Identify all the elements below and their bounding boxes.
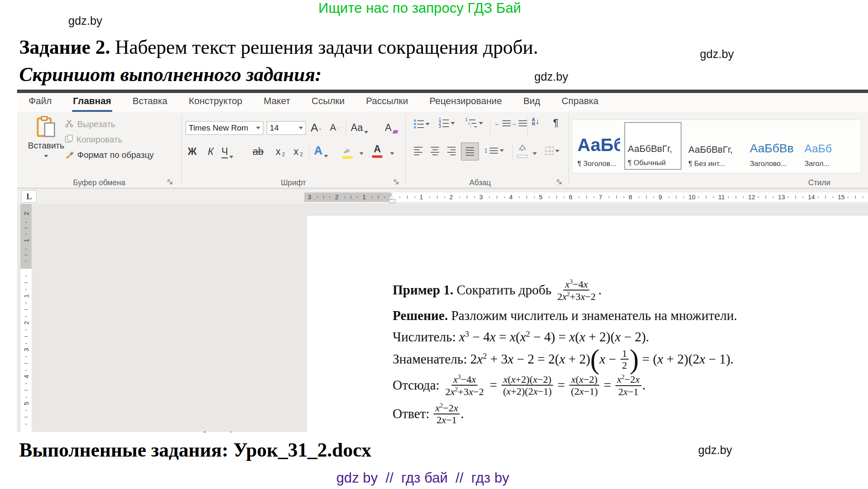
tab-Файл[interactable]: Файл xyxy=(28,93,52,112)
rk-bar xyxy=(497,195,497,199)
align-left-button[interactable] xyxy=(414,147,422,155)
align-right-button[interactable] xyxy=(447,147,456,155)
cut-label: Вырезать xyxy=(77,119,115,129)
vk-num: 1 xyxy=(23,291,30,302)
scissors-icon xyxy=(65,119,74,130)
cut-button[interactable]: Вырезать xyxy=(65,118,115,131)
format-painter-button[interactable]: Формат по образцу xyxy=(65,148,154,161)
tab-Конструктор[interactable]: Конструктор xyxy=(188,93,243,112)
horizontal-ruler[interactable]: 12345678910111213141516 xyxy=(392,192,868,202)
style-card[interactable]: АаБбЗагол... xyxy=(802,122,849,170)
rk-dot xyxy=(549,197,550,198)
rk-dot xyxy=(459,197,460,198)
rk-num: 3 xyxy=(308,193,311,201)
bold-button[interactable]: Ж xyxy=(188,146,197,157)
vk-dot xyxy=(26,356,26,357)
tab-stop-selector[interactable]: L xyxy=(21,190,37,203)
tab-Макет[interactable]: Макет xyxy=(263,93,291,112)
font-color-bar xyxy=(372,155,382,158)
tab-Рассылки[interactable]: Рассылки xyxy=(365,93,409,112)
paint-bucket-icon xyxy=(517,144,527,154)
sort-button[interactable]: АЯ ↓ xyxy=(532,117,539,126)
rk-bar xyxy=(855,195,856,199)
ribbon-tabs: ФайлГлавнаяВставкаКонструкторМакетСсылки… xyxy=(17,93,868,112)
left-indent-marker[interactable] xyxy=(389,199,396,203)
rk-bar xyxy=(378,195,379,199)
doc-line: Пример 1. Сократить дробь x3−4x2x2+3x−2. xyxy=(393,278,602,302)
document-page[interactable] xyxy=(306,215,868,432)
chevron-down-icon[interactable] xyxy=(533,152,537,155)
horizontal-ruler-margin[interactable]: 321 xyxy=(304,192,392,202)
align-center-button[interactable] xyxy=(431,147,439,155)
vk-num: 3 xyxy=(23,344,30,355)
separator xyxy=(512,144,513,162)
doc-line: Знаменатель: 2x2 + 3x − 2 = 2(x + 2)(x −… xyxy=(393,347,734,372)
copy-button[interactable]: Копировать xyxy=(65,133,122,146)
rk-bar xyxy=(437,195,437,199)
highlight-color-button[interactable] xyxy=(342,144,352,159)
rk-dot xyxy=(713,197,714,198)
rk-num: 11 xyxy=(718,193,725,201)
font-dialog-launcher-icon[interactable] xyxy=(393,179,399,186)
tab-Справка[interactable]: Справка xyxy=(561,93,599,112)
rk-dot xyxy=(668,197,669,198)
superscript-button[interactable]: x2 xyxy=(294,146,303,157)
decrease-indent-button[interactable]: ← xyxy=(494,119,511,127)
shrink-font-button[interactable]: Аˇ xyxy=(330,122,339,133)
tab-Вставка[interactable]: Вставка xyxy=(132,93,169,112)
show-marks-button[interactable]: ¶ xyxy=(553,117,559,129)
tab-Рецензирование[interactable]: Рецензирование xyxy=(428,93,503,112)
rk-dot xyxy=(743,197,744,198)
font-name-combo[interactable]: Times New Rom xyxy=(186,121,263,135)
paste-button[interactable]: Вставить xyxy=(26,116,67,176)
rk-num: 12 xyxy=(748,193,755,201)
style-card[interactable]: АаБбВвЗаголово... xyxy=(747,122,798,170)
style-card[interactable]: АаБб¶ Зоголов... xyxy=(575,122,620,170)
paragraph-dialog-launcher-icon[interactable] xyxy=(556,179,562,186)
vk-num: 2 xyxy=(23,208,30,219)
shading-button[interactable] xyxy=(517,144,527,158)
clear-formatting-button[interactable]: А xyxy=(385,122,398,134)
line-spacing-button[interactable]: ↕ xyxy=(484,146,504,155)
text-effects-button[interactable]: А xyxy=(314,144,328,157)
align-center-icon xyxy=(431,147,439,155)
vk-bar xyxy=(24,390,28,390)
justify-button[interactable] xyxy=(461,143,479,160)
page: Ищите нас по запросу ГДЗ Бай gdz.by gdz.… xyxy=(0,0,868,489)
vk-dot xyxy=(26,410,26,411)
chevron-down-icon xyxy=(44,155,48,157)
doc-line: Решение. Разложим числитель и знаменател… xyxy=(393,308,737,323)
tab-Ссылки[interactable]: Ссылки xyxy=(311,93,345,112)
style-card[interactable]: АаБбВвГг,¶ Без инт... xyxy=(686,122,743,170)
tab-Главная[interactable]: Главная xyxy=(72,93,112,112)
subscript-button[interactable]: x2 xyxy=(276,146,285,157)
rk-dot xyxy=(728,197,729,198)
bullet-list-button[interactable] xyxy=(414,119,430,128)
vk-dot xyxy=(26,383,26,384)
italic-button[interactable]: К xyxy=(208,146,214,157)
vertical-ruler[interactable]: 21 12345 xyxy=(20,204,32,432)
window-top-strip xyxy=(17,90,868,93)
change-case-button[interactable]: Аа xyxy=(351,122,368,134)
doc-line: Отсюда: x3−4x2x2+3x−2 = x(x+2)(x−2)(x+2)… xyxy=(393,373,646,397)
font-size-combo[interactable]: 14 xyxy=(267,121,306,135)
clipboard-dialog-launcher-icon[interactable] xyxy=(167,179,173,186)
vk-num: 4 xyxy=(23,371,30,382)
rk-dot xyxy=(504,197,505,198)
borders-button[interactable] xyxy=(545,147,559,155)
increase-indent-button[interactable]: → xyxy=(510,119,527,127)
align-left-icon xyxy=(414,147,422,155)
strikethrough-button[interactable]: ab xyxy=(253,146,264,157)
chevron-down-icon[interactable] xyxy=(359,152,364,155)
chevron-down-icon[interactable] xyxy=(390,152,394,155)
font-color-button[interactable]: А xyxy=(372,143,382,158)
vk-bar xyxy=(24,363,28,364)
style-preview: АаБбВвГг, xyxy=(628,143,672,154)
style-card[interactable]: АаБбВвГг,¶ Обычный xyxy=(624,122,682,170)
numbered-list-button[interactable]: 123 xyxy=(439,119,455,128)
grow-font-button[interactable]: Аˆ xyxy=(311,121,321,134)
vk-bar xyxy=(24,282,28,283)
underline-button[interactable]: Ч xyxy=(221,146,233,158)
multilevel-list-button[interactable]: 1ai xyxy=(465,119,483,128)
tab-Вид[interactable]: Вид xyxy=(522,93,541,112)
